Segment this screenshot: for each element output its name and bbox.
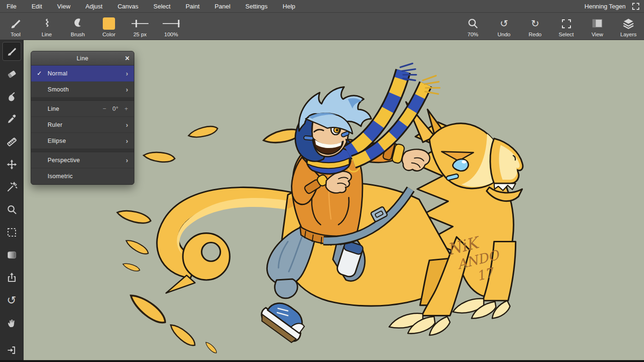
chevron-right-icon: ›: [126, 85, 128, 93]
panel-row-ruler[interactable]: Ruler ›: [31, 117, 134, 133]
panel-row-normal[interactable]: ✓ Normal ›: [31, 66, 134, 82]
view-button[interactable]: View: [582, 13, 613, 40]
chevron-right-icon: ›: [126, 69, 128, 77]
opacity-slider-icon: [161, 16, 181, 31]
tool-sidebar: ↺: [0, 40, 24, 362]
menu-select[interactable]: Select: [146, 0, 178, 13]
sidebar-tool-magic-wand[interactable]: [0, 176, 24, 198]
sidebar-tool-eyedropper[interactable]: [0, 108, 24, 131]
collapse-panel-icon: [7, 345, 17, 355]
marquee-icon: [562, 19, 571, 28]
select-button[interactable]: Select: [551, 13, 582, 40]
undo-icon: ↺: [500, 19, 508, 28]
brush-icon: [9, 16, 22, 31]
menu-view[interactable]: View: [50, 0, 78, 13]
layers-button[interactable]: Layers: [613, 13, 644, 40]
bottom-edge: [0, 360, 644, 362]
close-icon[interactable]: ×: [125, 51, 130, 66]
menu-bar: File Edit View Adjust Canvas Select Pain…: [0, 0, 644, 13]
user-name: Henning Tegen: [585, 3, 626, 10]
brush-tip-button[interactable]: Brush: [62, 13, 93, 40]
fullscreen-icon[interactable]: [632, 3, 639, 10]
chevron-right-icon: ›: [126, 137, 128, 145]
sidebar-tool-gradient[interactable]: [0, 244, 24, 266]
menu-panel[interactable]: Panel: [207, 0, 238, 13]
sidebar-tool-smudge[interactable]: [0, 85, 24, 108]
eyedropper-icon: [6, 114, 17, 125]
sidebar-tool-hand[interactable]: [0, 312, 24, 334]
gradient-icon: [6, 249, 17, 261]
chevron-right-icon: ›: [126, 156, 128, 164]
redo-icon: ↻: [531, 19, 539, 28]
sidebar-tool-export[interactable]: [0, 266, 24, 289]
sidebar-tool-history[interactable]: ↺: [0, 289, 24, 312]
move-icon: [6, 159, 17, 170]
export-icon: [6, 272, 17, 283]
tool-button[interactable]: Tool: [0, 13, 31, 40]
color-swatch: [103, 17, 115, 30]
magic-wand-icon: [6, 181, 17, 193]
size-slider-icon: [130, 16, 150, 31]
history-icon: ↺: [7, 296, 16, 305]
line-tool-panel: Line × ✓ Normal › Smooth › Line − 0° + R…: [31, 51, 134, 185]
eraser-icon: [6, 68, 17, 80]
panel-separator: [31, 149, 134, 152]
panel-separator: [31, 98, 134, 101]
sidebar-tool-select[interactable]: [0, 221, 24, 244]
menu-paint[interactable]: Paint: [178, 0, 207, 13]
menu-settings[interactable]: Settings: [238, 0, 275, 13]
line-button[interactable]: Line: [31, 13, 62, 40]
menu-canvas[interactable]: Canvas: [110, 0, 146, 13]
panel-title: Line: [76, 55, 88, 62]
sidebar-collapse-button[interactable]: [0, 339, 24, 361]
redo-button[interactable]: ↻ Redo: [520, 13, 551, 40]
menu-file[interactable]: File: [0, 0, 24, 13]
sidebar-tool-move[interactable]: [0, 153, 24, 176]
hand-icon: [6, 317, 17, 329]
angle-decrease-button[interactable]: −: [103, 105, 107, 112]
opacity-button[interactable]: 100%: [156, 13, 187, 40]
menu-adjust[interactable]: Adjust: [78, 0, 110, 13]
menu-edit[interactable]: Edit: [24, 0, 50, 13]
zoom-level-button[interactable]: 70%: [457, 13, 488, 40]
check-icon: ✓: [37, 70, 48, 77]
squiggle-line-icon: [41, 16, 52, 31]
color-button[interactable]: Color: [93, 13, 124, 40]
view-icon: [591, 16, 603, 31]
angle-value: 0°: [113, 106, 119, 112]
layers-icon: [622, 16, 635, 31]
smudge-icon: [6, 91, 17, 102]
panel-row-line-angle[interactable]: Line − 0° +: [31, 101, 134, 117]
ruler-icon: [6, 136, 17, 148]
sidebar-tool-zoom[interactable]: [0, 198, 24, 221]
panel-row-ellipse[interactable]: Ellipse ›: [31, 133, 134, 149]
toolbar: Tool Line Brush Color: [0, 13, 644, 40]
sidebar-tool-brush[interactable]: [0, 40, 24, 63]
panel-header[interactable]: Line ×: [31, 51, 134, 66]
sidebar-tool-ruler[interactable]: [0, 131, 24, 153]
menu-help[interactable]: Help: [275, 0, 303, 13]
magnifier-icon: [6, 204, 17, 215]
panel-row-perspective[interactable]: Perspective ›: [31, 152, 134, 168]
panel-row-smooth[interactable]: Smooth ›: [31, 82, 134, 98]
undo-button[interactable]: ↺ Undo: [488, 13, 520, 40]
sidebar-tool-eraser[interactable]: [0, 63, 24, 85]
brush-tip-icon: [72, 16, 84, 31]
brush-size-button[interactable]: 25 px: [124, 13, 156, 40]
chevron-right-icon: ›: [126, 121, 128, 129]
panel-row-isometric[interactable]: Isometric: [31, 168, 134, 184]
angle-increase-button[interactable]: +: [124, 105, 128, 112]
brush-icon: [2, 42, 21, 61]
marquee-icon: [6, 227, 17, 238]
zoom-icon: [467, 16, 479, 31]
